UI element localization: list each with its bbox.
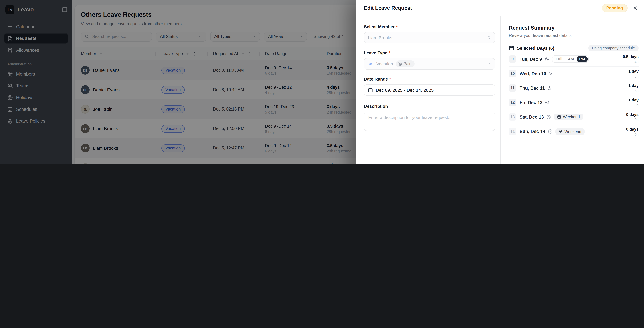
date-range-label: Date Range*	[364, 77, 495, 82]
date-range-value: Dec 09, 2025 - Dec 14, 2025	[376, 87, 434, 93]
day-duration: 1 day8h	[628, 98, 639, 107]
weekend-badge: Weekend	[554, 113, 583, 120]
day-hours-value: 0h	[626, 118, 639, 122]
day-number: 9	[509, 55, 516, 63]
sun-icon	[548, 86, 552, 90]
selected-days-list: 9Tue, Dec 9FullAMPM0.5 days4h10Wed, Dec …	[501, 51, 644, 139]
leave-type-label: Leave Type*	[364, 50, 495, 55]
summary-title: Request Summary	[509, 25, 639, 31]
day-days-value: 0 days	[626, 127, 639, 131]
selected-day-row: 10Wed, Dec 101 day8h	[509, 67, 639, 81]
chevron-down-icon	[486, 61, 491, 66]
day-label: Sun, Dec 14	[520, 129, 545, 134]
selected-day-row: 13Sat, Dec 13Weekend0 days0h	[509, 110, 639, 124]
day-number: 13	[509, 113, 516, 121]
day-days-value: 0.5 days	[623, 54, 639, 59]
day-duration: 0 days0h	[626, 112, 639, 122]
member-select[interactable]: Liam Brooks	[364, 32, 495, 43]
day-hours-value: 8h	[628, 74, 639, 78]
day-hours-value: 4h	[623, 60, 639, 64]
dollar-circle-icon	[398, 62, 402, 66]
selected-days-label: Selected Days (6)	[517, 46, 554, 51]
day-label: Fri, Dec 12	[520, 100, 542, 105]
day-number: 10	[509, 70, 516, 77]
request-summary-panel: Request Summary Review your leave reques…	[500, 16, 644, 164]
day-days-value: 1 day	[628, 98, 639, 102]
palm-tree-icon	[368, 61, 374, 67]
day-days-value: 0 days	[626, 112, 639, 117]
modal-title: Edit Leave Request	[364, 5, 412, 11]
day-number: 14	[509, 128, 516, 135]
weekend-label: Weekend	[564, 129, 581, 134]
selected-day-row: 9Tue, Dec 9FullAMPM0.5 days4h	[509, 52, 639, 67]
close-icon[interactable]	[632, 5, 638, 11]
day-hours-value: 8h	[628, 103, 639, 107]
required-mark: *	[389, 50, 390, 55]
day-label: Wed, Dec 10	[520, 71, 546, 76]
calendar-x-icon	[557, 115, 561, 119]
description-textarea[interactable]	[364, 111, 495, 131]
period-option-pm[interactable]: PM	[576, 56, 588, 62]
day-label: Tue, Dec 9	[520, 57, 542, 62]
day-number: 11	[509, 84, 516, 92]
edit-leave-request-modal: Edit Leave Request Pending Select Member…	[356, 0, 644, 164]
required-mark: *	[396, 24, 398, 29]
modal-header: Edit Leave Request Pending	[356, 0, 644, 16]
weekend-badge: Weekend	[555, 128, 585, 135]
leave-type-value: Vacation	[376, 61, 393, 66]
calendar-x-icon	[559, 129, 563, 133]
sun-icon	[549, 71, 553, 76]
edit-form: Select Member* Liam Brooks Leave Type* V…	[356, 16, 500, 164]
date-range-input[interactable]: Dec 09, 2025 - Dec 14, 2025	[364, 84, 495, 96]
period-option-full[interactable]: Full	[553, 56, 565, 62]
day-label: Sat, Dec 13	[520, 114, 544, 119]
day-period-toggle[interactable]: FullAMPM	[552, 55, 589, 63]
day-duration: 0.5 days4h	[623, 54, 639, 64]
selected-day-row: 11Thu, Dec 111 day8h	[509, 81, 639, 95]
calendar-icon	[368, 87, 373, 93]
leave-type-select[interactable]: Vacation Paid	[364, 58, 495, 70]
day-days-value: 1 day	[628, 69, 639, 74]
day-label: Thu, Dec 11	[520, 85, 545, 91]
day-hours-value: 0h	[626, 132, 639, 136]
selected-day-row: 12Fri, Dec 121 day8h	[509, 95, 639, 110]
schedule-badge: Using company schedule	[588, 45, 639, 51]
summary-subtitle: Review your leave request details	[509, 33, 639, 38]
selected-day-row: 14Sun, Dec 14Weekend0 days0h	[509, 124, 639, 139]
member-select-value: Liam Brooks	[368, 35, 392, 40]
description-label: Description	[364, 104, 495, 109]
calendar-icon	[509, 45, 514, 51]
clock-icon	[548, 129, 552, 134]
chevrons-up-down-icon	[486, 35, 491, 40]
period-option-am[interactable]: AM	[565, 56, 576, 62]
day-number: 12	[509, 99, 516, 106]
weekend-label: Weekend	[563, 114, 580, 119]
clock-icon	[546, 115, 551, 119]
day-hours-value: 8h	[628, 89, 639, 93]
day-duration: 1 day8h	[628, 83, 639, 93]
status-badge: Pending	[602, 4, 628, 12]
day-days-value: 1 day	[628, 83, 639, 88]
sun-icon	[545, 100, 550, 105]
day-duration: 1 day8h	[628, 69, 639, 78]
moon-icon	[544, 57, 549, 61]
day-duration: 0 days0h	[626, 127, 639, 136]
paid-badge: Paid	[396, 60, 414, 67]
app: Lv Leavo CalendarRequestsAllowances Admi…	[0, 0, 644, 164]
select-member-label: Select Member*	[364, 24, 495, 29]
required-mark: *	[389, 77, 391, 82]
